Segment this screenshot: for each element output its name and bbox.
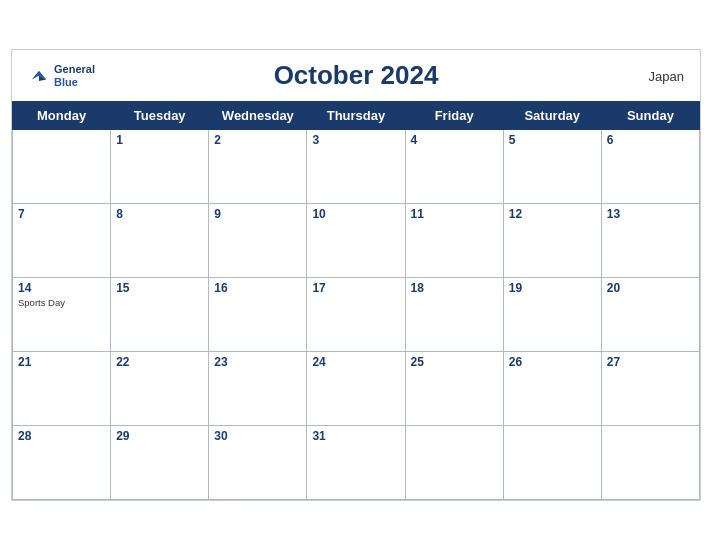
day-number: 23 [214, 355, 301, 369]
day-cell-w2-d5: 11 [405, 204, 503, 278]
day-cell-w3-d2: 15 [111, 278, 209, 352]
day-cell-w4-d3: 23 [209, 352, 307, 426]
day-cell-w4-d6: 26 [503, 352, 601, 426]
header-thursday: Thursday [307, 102, 405, 130]
day-cell-w2-d7: 13 [601, 204, 699, 278]
day-cell-w4-d7: 27 [601, 352, 699, 426]
logo-text: General Blue [54, 62, 95, 88]
header-saturday: Saturday [503, 102, 601, 130]
day-cell-w5-d1: 28 [13, 426, 111, 500]
day-cell-w4-d1: 21 [13, 352, 111, 426]
day-number: 15 [116, 281, 203, 295]
day-number: 25 [411, 355, 498, 369]
day-cell-w1-d2: 1 [111, 130, 209, 204]
day-number: 29 [116, 429, 203, 443]
calendar-container: General Blue October 2024 Japan Monday T… [11, 49, 701, 501]
day-cell-w3-d4: 17 [307, 278, 405, 352]
week-row-1: 123456 [13, 130, 700, 204]
day-cell-w2-d4: 10 [307, 204, 405, 278]
day-number: 31 [312, 429, 399, 443]
day-cell-w5-d4: 31 [307, 426, 405, 500]
day-cell-w5-d5 [405, 426, 503, 500]
day-number: 6 [607, 133, 694, 147]
logo-bird-icon [28, 65, 50, 87]
day-cell-w5-d2: 29 [111, 426, 209, 500]
day-cell-w2-d6: 12 [503, 204, 601, 278]
day-cell-w2-d2: 8 [111, 204, 209, 278]
day-number: 11 [411, 207, 498, 221]
day-number: 8 [116, 207, 203, 221]
country-label: Japan [649, 68, 684, 83]
month-title: October 2024 [274, 60, 439, 91]
day-number: 18 [411, 281, 498, 295]
logo-blue: Blue [54, 76, 95, 89]
day-cell-w5-d7 [601, 426, 699, 500]
header-wednesday: Wednesday [209, 102, 307, 130]
calendar-body: 1234567891011121314Sports Day15161718192… [13, 130, 700, 500]
header-friday: Friday [405, 102, 503, 130]
header-monday: Monday [13, 102, 111, 130]
calendar-header: General Blue October 2024 Japan [12, 50, 700, 101]
day-number: 20 [607, 281, 694, 295]
week-row-3: 14Sports Day151617181920 [13, 278, 700, 352]
day-number: 3 [312, 133, 399, 147]
day-cell-w1-d5: 4 [405, 130, 503, 204]
day-cell-w2-d1: 7 [13, 204, 111, 278]
day-number: 10 [312, 207, 399, 221]
day-cell-w1-d7: 6 [601, 130, 699, 204]
day-number: 17 [312, 281, 399, 295]
day-number: 16 [214, 281, 301, 295]
calendar-table: Monday Tuesday Wednesday Thursday Friday… [12, 101, 700, 500]
day-cell-w3-d7: 20 [601, 278, 699, 352]
day-number: 5 [509, 133, 596, 147]
day-cell-w5-d3: 30 [209, 426, 307, 500]
day-cell-w4-d4: 24 [307, 352, 405, 426]
week-row-4: 21222324252627 [13, 352, 700, 426]
day-number: 7 [18, 207, 105, 221]
header-tuesday: Tuesday [111, 102, 209, 130]
day-cell-w1-d3: 2 [209, 130, 307, 204]
day-cell-w1-d1 [13, 130, 111, 204]
day-cell-w5-d6 [503, 426, 601, 500]
week-row-5: 28293031 [13, 426, 700, 500]
day-number: 19 [509, 281, 596, 295]
week-row-2: 78910111213 [13, 204, 700, 278]
day-number: 2 [214, 133, 301, 147]
holiday-label: Sports Day [18, 297, 105, 308]
day-number: 28 [18, 429, 105, 443]
header-sunday: Sunday [601, 102, 699, 130]
day-cell-w3-d5: 18 [405, 278, 503, 352]
day-cell-w1-d4: 3 [307, 130, 405, 204]
day-cell-w4-d2: 22 [111, 352, 209, 426]
logo-area: General Blue [28, 62, 95, 88]
day-number: 27 [607, 355, 694, 369]
day-cell-w3-d3: 16 [209, 278, 307, 352]
day-number: 9 [214, 207, 301, 221]
day-number: 26 [509, 355, 596, 369]
day-number: 12 [509, 207, 596, 221]
day-cell-w2-d3: 9 [209, 204, 307, 278]
day-number: 24 [312, 355, 399, 369]
day-number: 1 [116, 133, 203, 147]
day-number: 4 [411, 133, 498, 147]
day-cell-w1-d6: 5 [503, 130, 601, 204]
day-number: 30 [214, 429, 301, 443]
day-number: 13 [607, 207, 694, 221]
day-cell-w3-d1: 14Sports Day [13, 278, 111, 352]
day-number: 21 [18, 355, 105, 369]
day-number: 22 [116, 355, 203, 369]
weekday-header-row: Monday Tuesday Wednesday Thursday Friday… [13, 102, 700, 130]
day-cell-w4-d5: 25 [405, 352, 503, 426]
day-cell-w3-d6: 19 [503, 278, 601, 352]
day-number: 14 [18, 281, 105, 295]
logo-general: General [54, 62, 95, 75]
